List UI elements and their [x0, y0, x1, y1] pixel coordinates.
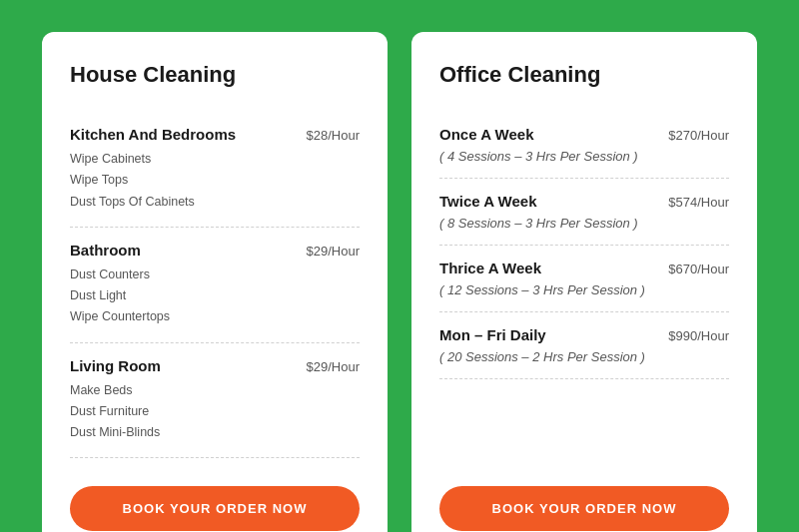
service-kitchen-name: Kitchen And Bedrooms [70, 126, 236, 143]
service-mon-fri-header: Mon – Fri Daily $990/Hour [439, 326, 729, 343]
service-kitchen-price: $28/Hour [307, 127, 361, 143]
service-bathroom-details: Dust Counters Dust Light Wipe Countertop… [70, 265, 360, 328]
service-thrice-week-header: Thrice A Week $670/Hour [439, 260, 729, 276]
service-mon-fri-name: Mon – Fri Daily [439, 326, 546, 343]
office-cleaning-card: Office Cleaning Once A Week $270/Hour ( … [411, 32, 757, 532]
service-once-week-name: Once A Week [439, 126, 533, 143]
service-twice-week-header: Twice A Week $574/Hour [439, 193, 729, 210]
service-twice-week-price: $574/Hour [668, 194, 729, 210]
service-bathroom-price: $29/Hour [307, 243, 361, 259]
service-once-week-header: Once A Week $270/Hour [439, 126, 729, 143]
service-thrice-week-name: Thrice A Week [439, 260, 541, 276]
service-living-room-header: Living Room $29/Hour [70, 357, 360, 374]
service-kitchen: Kitchen And Bedrooms $28/Hour Wipe Cabin… [70, 112, 360, 228]
service-mon-fri: Mon – Fri Daily $990/Hour ( 20 Sessions … [439, 312, 729, 379]
service-twice-week-name: Twice A Week [439, 193, 537, 210]
service-thrice-week: Thrice A Week $670/Hour ( 12 Sessions – … [439, 246, 729, 312]
office-cleaning-title: Office Cleaning [439, 62, 729, 88]
service-once-week-sub: ( 4 Sessions – 3 Hrs Per Session ) [439, 149, 729, 164]
service-living-room: Living Room $29/Hour Make Beds Dust Furn… [70, 343, 360, 459]
service-thrice-week-price: $670/Hour [668, 261, 729, 276]
service-once-week: Once A Week $270/Hour ( 4 Sessions – 3 H… [439, 112, 729, 179]
cards-container: House Cleaning Kitchen And Bedrooms $28/… [10, 0, 789, 532]
service-kitchen-header: Kitchen And Bedrooms $28/Hour [70, 126, 360, 143]
service-living-room-name: Living Room [70, 357, 161, 374]
service-bathroom: Bathroom $29/Hour Dust Counters Dust Lig… [70, 228, 360, 343]
office-cleaning-book-button[interactable]: BOOK YOUR ORDER NOW [439, 486, 729, 531]
service-kitchen-details: Wipe Cabinets Wipe Tops Dust Tops Of Cab… [70, 149, 360, 213]
service-twice-week: Twice A Week $574/Hour ( 8 Sessions – 3 … [439, 179, 729, 246]
service-mon-fri-sub: ( 20 Sessions – 2 Hrs Per Session ) [439, 349, 729, 364]
service-once-week-price: $270/Hour [668, 127, 729, 143]
service-living-room-details: Make Beds Dust Furniture Dust Mini-Blind… [70, 380, 360, 444]
house-cleaning-book-button[interactable]: BOOK YOUR ORDER NOW [70, 486, 360, 531]
service-twice-week-sub: ( 8 Sessions – 3 Hrs Per Session ) [439, 216, 729, 231]
service-bathroom-name: Bathroom [70, 242, 141, 259]
service-living-room-price: $29/Hour [307, 358, 361, 374]
service-thrice-week-sub: ( 12 Sessions – 3 Hrs Per Session ) [439, 282, 729, 297]
service-bathroom-header: Bathroom $29/Hour [70, 242, 360, 259]
house-cleaning-card: House Cleaning Kitchen And Bedrooms $28/… [42, 32, 388, 532]
house-cleaning-title: House Cleaning [70, 62, 360, 88]
service-mon-fri-price: $990/Hour [668, 327, 729, 343]
